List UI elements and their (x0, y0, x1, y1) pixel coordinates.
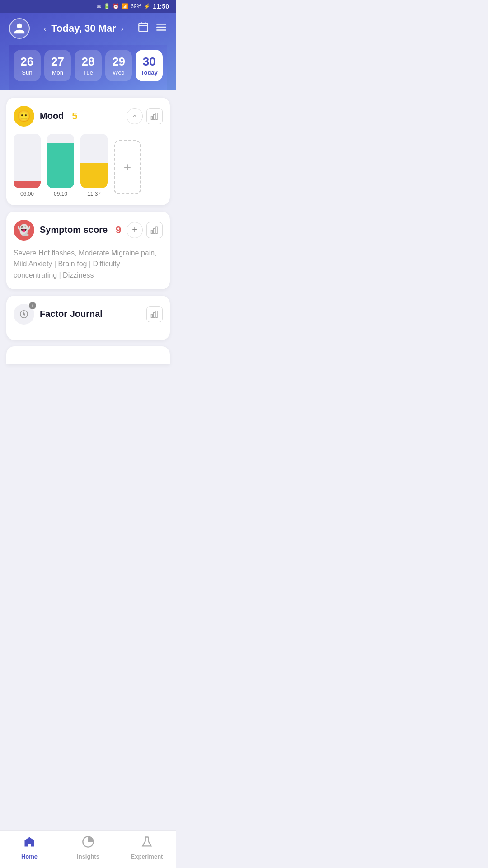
mood-bar-container-1137 (80, 134, 108, 188)
svg-rect-7 (151, 116, 153, 120)
factor-plus-icon: + (29, 302, 36, 309)
date-label-30: Today (139, 69, 159, 76)
wifi-icon: 📶 (122, 3, 128, 9)
app-header: ‹ Today, 30 Mar › (0, 13, 176, 90)
mood-bar-container-0600 (14, 134, 41, 188)
prev-date-button[interactable]: ‹ (44, 24, 47, 34)
factor-journal-card: + Factor Journal (6, 296, 170, 340)
mood-chart-button[interactable] (146, 108, 163, 124)
date-num-28: 28 (78, 55, 98, 68)
calendar-button[interactable] (137, 21, 149, 36)
symptom-card-header: 👻 Symptom score 9 + (14, 220, 163, 241)
symptom-bar-chart-icon (150, 226, 159, 234)
svg-rect-21 (156, 311, 157, 317)
factor-card-header-left: + Factor Journal (14, 304, 103, 325)
svg-rect-8 (154, 114, 155, 119)
svg-marker-18 (23, 312, 25, 315)
mood-bar-fill-0600 (14, 181, 41, 188)
chevron-up-icon (131, 113, 138, 120)
header-title: ‹ Today, 30 Mar › (44, 23, 124, 34)
svg-rect-12 (156, 227, 157, 233)
add-mood-entry-button[interactable]: + (114, 140, 141, 194)
factor-card-header-right (146, 306, 163, 322)
factor-card-header: + Factor Journal (14, 304, 163, 325)
battery-icon: 🔋 (103, 3, 110, 9)
svg-rect-9 (156, 113, 157, 119)
mood-add-entry[interactable]: + (114, 140, 141, 197)
mood-score-value: 5 (72, 110, 77, 122)
symptom-ghost-icon: 👻 (14, 220, 34, 241)
mood-bar-container-0910 (47, 134, 74, 188)
header-row: ‹ Today, 30 Mar › (9, 18, 167, 45)
status-icons: ✉ 🔋 ⏰ 📶 69% ⚡ 11:50 (97, 3, 169, 10)
mood-bar-time-0910: 09:10 (54, 191, 67, 197)
mood-entry-0600[interactable]: 06:00 (14, 134, 41, 197)
date-card-27[interactable]: 27 Mon (44, 50, 71, 81)
svg-rect-11 (154, 228, 155, 233)
svg-rect-10 (151, 230, 153, 234)
user-icon (13, 22, 26, 35)
mood-entry-0910[interactable]: 09:10 (47, 134, 74, 197)
compass-icon (19, 309, 29, 319)
symptom-card: 👻 Symptom score 9 + Severe Hot flashes, … (6, 212, 170, 289)
mood-card-header-right (127, 108, 163, 124)
mood-bars-container: 06:00 09:10 11:37 + (14, 134, 163, 197)
date-card-26[interactable]: 26 Sun (14, 50, 41, 81)
date-label-29: Wed (109, 69, 129, 76)
menu-button[interactable] (155, 21, 167, 36)
date-num-27: 27 (48, 55, 68, 68)
mood-bar-fill-0910 (47, 143, 74, 188)
calendar-icon (137, 21, 149, 33)
date-card-30[interactable]: 30 Today (136, 50, 163, 81)
user-avatar[interactable] (9, 18, 30, 39)
mood-bar-fill-1137 (80, 163, 108, 188)
current-date-label: Today, 30 Mar (51, 23, 116, 34)
mood-card-header: 😐 Mood 5 (14, 106, 163, 127)
date-num-29: 29 (109, 55, 129, 68)
factor-chart-button[interactable] (146, 306, 163, 322)
symptom-chart-button[interactable] (146, 222, 163, 238)
mood-collapse-button[interactable] (127, 108, 143, 124)
status-bar: ✉ 🔋 ⏰ 📶 69% ⚡ 11:50 (0, 0, 176, 13)
factor-bar-chart-icon (150, 310, 159, 318)
mood-entry-1137[interactable]: 11:37 (80, 134, 108, 197)
factor-journal-icon: + (14, 304, 34, 325)
mood-card: 😐 Mood 5 (6, 98, 170, 205)
next-date-button[interactable]: › (121, 24, 124, 34)
date-label-27: Mon (48, 69, 68, 76)
mood-bar-time-1137: 11:37 (87, 191, 101, 197)
svg-rect-0 (139, 23, 148, 31)
charging-icon: ⚡ (144, 3, 150, 9)
status-time: 11:50 (153, 3, 169, 10)
mood-emoji-icon: 😐 (14, 106, 34, 127)
main-content: 😐 Mood 5 (0, 90, 176, 372)
svg-rect-19 (151, 314, 153, 318)
svg-rect-20 (154, 312, 155, 317)
symptom-score-value: 9 (116, 224, 121, 236)
symptom-description: Severe Hot flashes, Moderate Migraine pa… (14, 248, 163, 281)
date-num-30: 30 (139, 55, 159, 68)
symptom-title: Symptom score (40, 225, 108, 235)
date-num-26: 26 (17, 55, 37, 68)
mood-bar-time-0600: 06:00 (20, 191, 34, 197)
mood-title: Mood (40, 111, 64, 121)
date-strip: 26 Sun 27 Mon 28 Tue 29 Wed 30 Today (9, 45, 167, 90)
symptom-card-header-left: 👻 Symptom score 9 (14, 220, 121, 241)
battery-percent: 69% (131, 3, 141, 9)
email-icon: ✉ (97, 3, 101, 9)
header-icons (137, 21, 167, 36)
date-label-26: Sun (17, 69, 37, 76)
symptom-card-header-right: + (127, 222, 163, 238)
date-label-28: Tue (78, 69, 98, 76)
alarm-icon: ⏰ (113, 3, 119, 9)
date-card-29[interactable]: 29 Wed (105, 50, 132, 81)
date-card-28[interactable]: 28 Tue (75, 50, 102, 81)
bar-chart-icon (150, 112, 159, 120)
factor-journal-title: Factor Journal (40, 309, 103, 319)
mood-card-header-left: 😐 Mood 5 (14, 106, 78, 127)
partial-next-card (6, 346, 170, 364)
add-symptom-button[interactable]: + (127, 222, 143, 238)
hamburger-icon (155, 21, 167, 33)
